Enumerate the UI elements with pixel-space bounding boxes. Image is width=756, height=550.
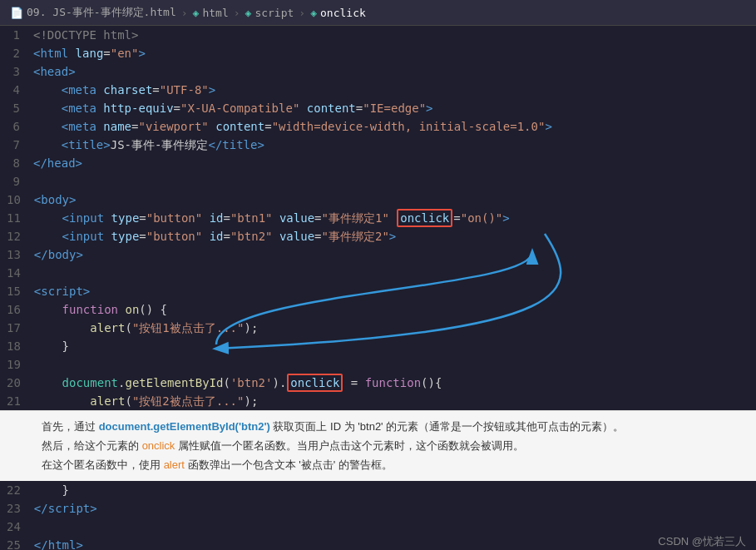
breadcrumb: 📄 09. JS-事件-事件绑定.html › ◈ html › ◈ scrip… (0, 0, 756, 26)
annotation-line1: 首先，通过 document.getElementById('btn2') 获取… (42, 418, 746, 437)
code-line-24: 24 (0, 518, 756, 536)
code-line-3: 3 <head> (0, 62, 756, 81)
code-line-9: 9 (0, 172, 756, 191)
code-line-8: 8 </head> (0, 154, 756, 172)
annotation-line3: 在这个匿名函数中，使用 alert 函数弹出一个包含文本 '被点击' 的警告框。 (42, 456, 746, 475)
file-icon: 📄 (10, 7, 23, 19)
breadcrumb-script: script (254, 7, 294, 19)
separator3: › (299, 7, 305, 19)
code-line-6: 6 <meta name="viewport" content="width=d… (0, 117, 756, 136)
code-line-23: 23 </script> (0, 499, 756, 518)
separator: › (181, 7, 188, 19)
watermark: CSDN @忧若三人 (658, 534, 746, 549)
separator2: › (234, 7, 240, 19)
code-line-16: 16 function on() { (0, 300, 756, 319)
breadcrumb-onclick: onclick (320, 7, 366, 19)
script-icon: ◈ (245, 7, 252, 19)
code-line-10: 10 <body> (0, 191, 756, 209)
code-line-12: 12 <input type="button" id="btn2" value=… (0, 227, 756, 245)
code-line-21: 21 alert("按钮2被点击了..."); (0, 392, 756, 410)
onclick-icon: ◈ (310, 7, 317, 19)
code-line-14: 14 (0, 264, 756, 282)
code-line-7: 7 <title>JS-事件-事件绑定</title> (0, 136, 756, 154)
code-area: 1 <!DOCTYPE html> 2 <html lang="en"> 3 <… (0, 26, 756, 410)
code-line-2: 2 <html lang="en"> (0, 44, 756, 62)
code-container: 1 <!DOCTYPE html> 2 <html lang="en"> 3 <… (0, 26, 756, 410)
code-line-15: 15 <script> (0, 282, 756, 300)
code-line-4: 4 <meta charset="UTF-8"> (0, 81, 756, 99)
code-line-17: 17 alert("按钮1被点击了..."); (0, 319, 756, 337)
closing-code-area: 22 } 23 </script> 24 25 </html> (0, 481, 756, 550)
code-line-22: 22 } (0, 481, 756, 499)
code-line-19: 19 (0, 355, 756, 374)
code-line-18: 18 } (0, 337, 756, 355)
bottom-annotation: 首先，通过 document.getElementById('btn2') 获取… (0, 410, 756, 481)
code-line-25: 25 </html> (0, 536, 756, 550)
code-line-13: 13 </body> (0, 245, 756, 264)
breadcrumb-file: 09. JS-事件-事件绑定.html (27, 5, 176, 20)
code-line-11: 11 <input type="button" id="btn1" value=… (0, 209, 756, 227)
breadcrumb-html: html (202, 7, 228, 19)
html-icon: ◈ (193, 7, 200, 19)
onclick-box-line20: onclick (287, 374, 343, 392)
code-line-20: 20 document.getElementById('btn2').oncli… (0, 374, 756, 392)
code-line-5: 5 <meta http-equiv="X-UA-Compatible" con… (0, 99, 756, 117)
annotation-line2: 然后，给这个元素的 onclick 属性赋值一个匿名函数。当用户点击这个元素时，… (42, 437, 746, 456)
code-line-1: 1 <!DOCTYPE html> (0, 26, 756, 44)
onclick-box-line11: onclick (397, 209, 452, 227)
